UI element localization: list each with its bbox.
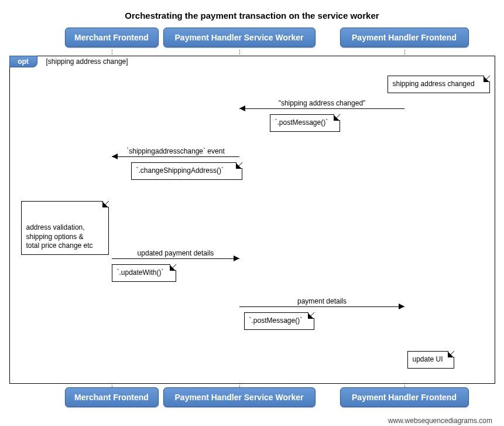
msg2-arrow [112, 154, 118, 159]
attribution-link[interactable]: www.websequencediagrams.com [6, 417, 498, 425]
participant-merchant-bottom: Merchant Frontend [65, 387, 159, 407]
msg2-note: `.changeShippingAddress()` [131, 162, 242, 180]
opt-tag: opt [9, 56, 37, 67]
msg1-line [239, 108, 404, 109]
diagram-title: Orchestrating the payment transaction on… [6, 11, 498, 21]
participant-frontend-top: Payment Handler Frontend [340, 28, 469, 47]
msg2-line [112, 156, 239, 157]
msg1-note: `.postMessage()` [270, 114, 340, 132]
participant-sw-bottom: Payment Handler Service Worker [163, 387, 316, 407]
msg3-label: updated payment details [112, 249, 239, 257]
diagram-stage: Merchant Frontend Payment Handler Servic… [6, 28, 498, 414]
opt-guard: [shipping address change] [46, 57, 128, 66]
msg1-label: "shipping address changed" [240, 99, 404, 107]
msg4-line [239, 306, 404, 307]
note-phf-shipping-changed: shipping address changed [388, 76, 490, 93]
msg3-note: `.updateWith()` [112, 264, 176, 282]
msg4-arrow [399, 304, 404, 309]
msg3-arrow [234, 255, 239, 261]
participant-frontend-bottom: Payment Handler Frontend [340, 387, 469, 407]
note-phf-update-ui: update UI [407, 351, 454, 369]
note-merchant-validation: address validation, shipping options & t… [21, 201, 109, 255]
msg2-label: `shippingaddresschange` event [112, 147, 239, 155]
msg3-line [112, 258, 239, 259]
msg1-arrow [239, 105, 245, 111]
participant-sw-top: Payment Handler Service Worker [163, 28, 316, 47]
participant-merchant-top: Merchant Frontend [65, 28, 159, 47]
msg4-note: `.postMessage()` [244, 312, 314, 330]
msg4-label: payment details [240, 297, 404, 305]
